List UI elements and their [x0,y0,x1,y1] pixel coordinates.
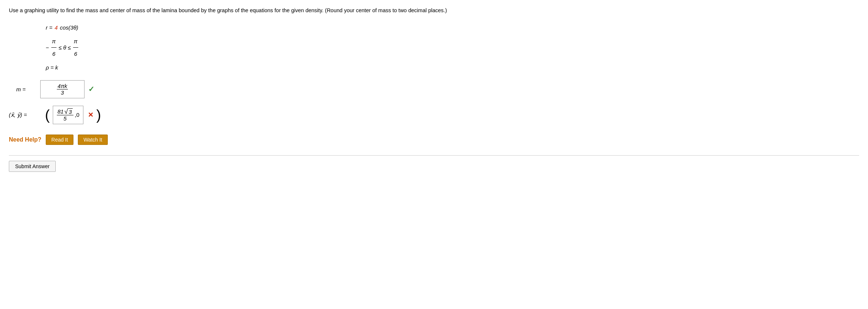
problem-text: Use a graphing utility to find the mass … [9,7,447,13]
r-coefficient: 4 [55,21,58,34]
theta-pi-den-1: 6 [52,48,56,60]
theta-mid: ≤ θ ≤ [59,41,71,54]
problem-statement: Use a graphing utility to find the mass … [9,7,452,15]
mass-check-icon: ✓ [88,85,94,94]
com-x-denominator: 5 [63,115,67,122]
mass-label: m = [16,86,37,92]
com-row: (x̄, ȳ) = ( 81 √ 3 5 ,0 ✕ ) [9,106,859,124]
rho-eq: ρ = k [46,61,58,74]
theta-pi-num-2: π [73,35,78,48]
com-x-coeff: 81 [58,108,64,115]
com-x-fraction: 81 √ 3 5 [57,108,73,122]
equations-block: r = 4 cos(3θ) − π 6 ≤ θ ≤ π 6 ρ = k [46,21,859,74]
com-answer-box[interactable]: 81 √ 3 5 ,0 [53,106,83,124]
theta-frac-left: π 6 [51,35,56,60]
theta-equation: − π 6 ≤ θ ≤ π 6 [46,35,859,60]
mass-numerator: 4πk [57,83,68,89]
theta-minus: − [46,41,49,54]
mass-answer-box[interactable]: 4πk 3 [40,80,85,98]
need-help-label: Need Help? [9,136,41,143]
com-label: (x̄, ȳ) = [9,112,42,118]
submit-button[interactable]: Submit Answer [9,161,56,172]
mass-fraction: 4πk 3 [57,83,68,96]
theta-pi-num-1: π [51,35,56,48]
sqrt-wrapper: √ 3 [64,108,72,115]
sqrt-content: 3 [68,108,72,115]
r-eq-label: r = [46,21,52,34]
theta-frac-right: π 6 [73,35,78,60]
right-paren: ) [96,108,101,122]
rho-equation: ρ = k [46,61,859,74]
mass-row: m = 4πk 3 ✓ [16,80,859,98]
com-cross-icon: ✕ [88,111,93,119]
need-help-section: Need Help? Read It Watch It [9,135,859,145]
r-equation: r = 4 cos(3θ) [46,21,859,34]
com-y-value: ,0 [75,112,80,118]
sqrt-sign: √ [64,108,68,115]
watch-it-button[interactable]: Watch It [78,135,108,145]
submit-section: Submit Answer [9,155,859,172]
com-x-numerator: 81 √ 3 [57,108,73,115]
mass-denominator: 3 [60,89,65,96]
theta-pi-den-2: 6 [73,48,78,60]
left-paren: ( [45,108,50,122]
read-it-button[interactable]: Read It [46,135,73,145]
r-func: cos(3θ) [60,21,78,34]
